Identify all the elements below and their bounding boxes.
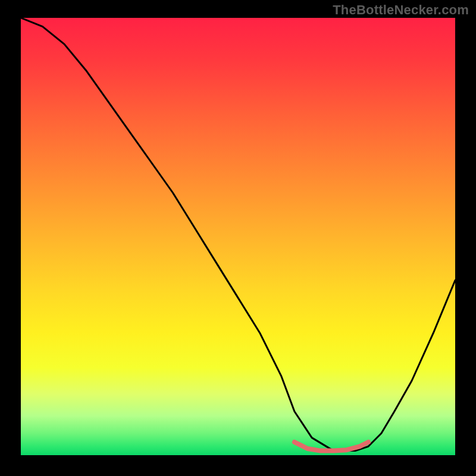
minimum-segment [295, 442, 368, 451]
chart-svg [21, 18, 455, 455]
watermark-text: TheBottleNecker.com [333, 2, 469, 18]
bottleneck-curve [21, 18, 455, 451]
chart-frame: TheBottleNecker.com [0, 0, 476, 476]
plot-area [21, 18, 455, 455]
